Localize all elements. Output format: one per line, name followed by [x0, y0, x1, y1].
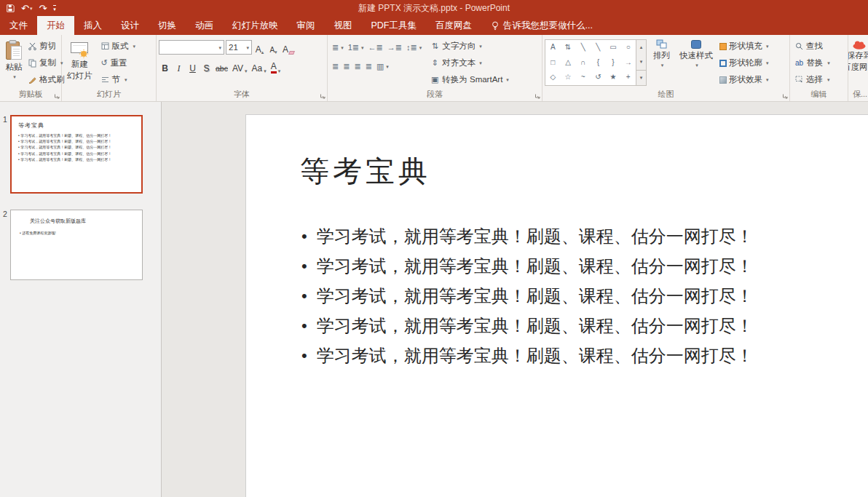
font-dialog-launcher[interactable] [320, 93, 326, 99]
shapes-scroll-down-button[interactable]: ▾ [636, 55, 646, 69]
clear-formatting-button[interactable]: A [281, 40, 296, 55]
font-size-combobox[interactable]: 21 ▾ [226, 40, 252, 55]
copy-button[interactable]: 复制 ▾ [25, 55, 68, 71]
slide-2-thumbnail[interactable]: 关注公众号获取新版题库 还有免费课程资源哦! [10, 210, 143, 280]
numbering-button[interactable]: 1≣▾ [346, 40, 366, 55]
save-to-baidu-button[interactable]: 保存到 百度网盘 [851, 38, 867, 73]
bold-button[interactable]: B [159, 59, 171, 73]
shape-curve[interactable]: ~ [575, 70, 591, 85]
reset-button[interactable]: ↺ 重置 [98, 55, 139, 71]
character-spacing-button[interactable]: AV▾ [231, 59, 249, 73]
select-dropdown-icon[interactable]: ▾ [827, 77, 830, 82]
tab-animations[interactable]: 动画 [186, 16, 223, 35]
shape-outline-button[interactable]: 形状轮廓 ▾ [719, 55, 769, 71]
shape-plus[interactable]: + [620, 70, 636, 85]
quick-styles-button[interactable]: 快速样式 ▾ [676, 38, 716, 88]
decrease-indent-button[interactable]: ←≣ [366, 40, 385, 55]
tab-view[interactable]: 视图 [325, 16, 362, 35]
shape-right-brace[interactable]: } [606, 55, 621, 71]
shape-rectangle[interactable]: ▭ [606, 40, 621, 55]
paragraph-dialog-launcher[interactable] [534, 93, 540, 99]
drawing-dialog-launcher[interactable] [782, 93, 788, 99]
shape-effects-button[interactable]: 形状效果 ▾ [719, 71, 769, 88]
shape-diamond[interactable]: ◇ [545, 70, 561, 85]
layout-dropdown-icon[interactable]: ▾ [133, 44, 136, 49]
tab-slideshow[interactable]: 幻灯片放映 [223, 16, 288, 35]
replace-button[interactable]: ab 替换 ▾ [792, 55, 846, 71]
shape-arc[interactable]: ∩ [575, 55, 591, 71]
shape-textbox[interactable]: A [545, 40, 561, 55]
text-shadow-button[interactable]: S [200, 59, 213, 73]
shape-line-arrow[interactable]: ╲ [591, 40, 606, 55]
columns-button[interactable]: ▥▾ [374, 59, 391, 73]
font-name-combobox[interactable]: ▾ [159, 40, 224, 55]
redo-button[interactable]: ↷ [39, 4, 47, 13]
underline-button[interactable]: U [186, 59, 199, 73]
shrink-font-button[interactable]: A▾ [267, 40, 280, 55]
shape-left-brace[interactable]: { [591, 55, 606, 71]
replace-dropdown-icon[interactable]: ▾ [827, 60, 830, 65]
undo-dropdown-icon[interactable]: ▾ [30, 6, 33, 11]
tell-me-box[interactable]: 告诉我您想要做什么... [492, 16, 593, 35]
text-direction-button[interactable]: ⇅ 文字方向 ▾ [430, 38, 509, 55]
select-button[interactable]: 选择 ▾ [792, 71, 846, 88]
tab-home[interactable]: 开始 [37, 16, 74, 35]
font-color-button[interactable]: A▾ [269, 59, 283, 73]
shapes-more-button[interactable]: ▾ [636, 70, 646, 85]
section-button[interactable]: 节 ▾ [98, 71, 139, 88]
change-case-button[interactable]: Aa▾ [250, 59, 268, 73]
shape-oval[interactable]: ○ [620, 40, 636, 55]
tab-review[interactable]: 审阅 [288, 16, 325, 35]
tab-design[interactable]: 设计 [111, 16, 149, 35]
font-size-dropdown-icon[interactable]: ▾ [246, 45, 249, 50]
format-painter-button[interactable]: 格式刷 [25, 71, 68, 88]
cut-button[interactable]: 剪切 [25, 38, 68, 55]
slide-body-placeholder[interactable]: 学习考试，就用等考宝典！刷题、课程、估分一网打尽！ 学习考试，就用等考宝典！刷题… [301, 221, 754, 370]
quick-styles-dropdown-icon[interactable]: ▾ [695, 63, 698, 68]
tab-transitions[interactable]: 切换 [149, 16, 186, 35]
undo-button[interactable]: ↶▾ [21, 4, 32, 13]
arrange-dropdown-icon[interactable]: ▾ [661, 63, 664, 68]
justify-button[interactable]: ≣ [363, 59, 374, 73]
find-button[interactable]: 查找 [792, 38, 846, 55]
bullets-button[interactable]: ≣▾ [330, 40, 346, 55]
strikethrough-button[interactable]: abc [214, 59, 229, 73]
section-dropdown-icon[interactable]: ▾ [125, 77, 127, 82]
grow-font-button[interactable]: A▴ [253, 40, 266, 55]
shape-arrow[interactable]: → [620, 55, 636, 71]
layout-button[interactable]: 版式 ▾ [98, 38, 139, 55]
italic-button[interactable]: I [173, 59, 185, 73]
shape-star[interactable]: ☆ [561, 70, 576, 85]
align-left-button[interactable]: ≣ [330, 59, 341, 73]
new-slide-button[interactable]: 新建 幻灯片 [64, 38, 95, 89]
clipboard-dialog-launcher[interactable] [54, 93, 60, 99]
slide-1-thumbnail[interactable]: 等考宝典 学习考试，就用等考宝典！刷题、课程、估分一网打尽！ 学习考试，就用等考… [10, 115, 143, 194]
line-spacing-button[interactable]: ↕≣▾ [404, 40, 424, 55]
increase-indent-button[interactable]: →≣ [385, 40, 404, 55]
shape-fill-button[interactable]: 形状填充 ▾ [719, 38, 769, 55]
paste-dropdown-icon[interactable]: ▾ [13, 74, 16, 79]
customize-qat-button[interactable]: ▾ [53, 5, 56, 12]
slide-title-placeholder[interactable]: 等考宝典 [300, 151, 431, 191]
font-name-dropdown-icon[interactable]: ▾ [218, 45, 221, 50]
align-right-button[interactable]: ≣ [352, 59, 363, 73]
shape-square[interactable]: □ [545, 55, 561, 71]
shape-circular-arrow[interactable]: ↺ [591, 70, 606, 85]
shape-star-5[interactable]: ★ [606, 70, 621, 85]
tab-pdf-tools[interactable]: PDF工具集 [362, 16, 427, 35]
tab-baidu-netdisk[interactable]: 百度网盘 [426, 16, 481, 35]
align-center-button[interactable]: ≣ [341, 59, 352, 73]
arrange-button[interactable]: 排列 ▾ [650, 38, 673, 88]
slide-thumbnail-panel[interactable]: 1 等考宝典 学习考试，就用等考宝典！刷题、课程、估分一网打尽！ 学习考试，就用… [0, 102, 162, 497]
current-slide[interactable]: 等考宝典 学习考试，就用等考宝典！刷题、课程、估分一网打尽！ 学习考试，就用等考… [245, 114, 868, 497]
align-text-button[interactable]: ⇕ 对齐文本 ▾ [430, 55, 509, 71]
shapes-scroll-up-button[interactable]: ▴ [636, 40, 646, 55]
shape-vertical-textbox[interactable]: ⇅ [561, 40, 576, 55]
convert-smartart-button[interactable]: ▣ 转换为 SmartArt ▾ [430, 71, 509, 88]
paste-button[interactable]: 粘贴 ▾ [2, 38, 25, 89]
tab-insert[interactable]: 插入 [74, 16, 111, 35]
shape-triangle[interactable]: △ [561, 55, 576, 71]
save-button[interactable] [6, 4, 15, 12]
tab-file[interactable]: 文件 [0, 16, 37, 35]
shape-line[interactable]: ╲ [575, 40, 591, 55]
